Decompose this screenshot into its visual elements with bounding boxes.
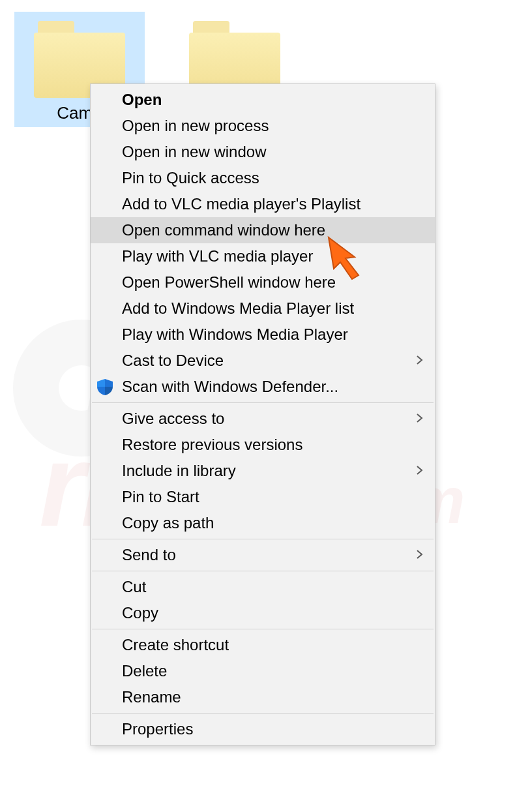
chevron-right-icon [414, 464, 426, 476]
menu-item-label: Play with VLC media player [122, 247, 410, 265]
menu-item-copy[interactable]: Copy [91, 600, 435, 626]
menu-item-label: Scan with Windows Defender... [122, 378, 410, 396]
menu-item-open-powershell-here[interactable]: Open PowerShell window here [91, 269, 435, 295]
menu-item-include-library[interactable]: Include in library [91, 458, 435, 484]
menu-item-label: Pin to Quick access [122, 169, 410, 187]
menu-item-label: Create shortcut [122, 636, 410, 654]
menu-item-open-new-process[interactable]: Open in new process [91, 113, 435, 139]
defender-shield-icon [96, 378, 114, 396]
menu-item-scan-defender[interactable]: Scan with Windows Defender... [91, 374, 435, 400]
menu-item-label: Open command window here [122, 221, 410, 239]
menu-item-open-cmd-here[interactable]: Open command window here [91, 217, 435, 243]
menu-item-label: Add to VLC media player's Playlist [122, 195, 410, 213]
menu-item-label: Open in new process [122, 117, 410, 135]
menu-item-pin-quick-access[interactable]: Pin to Quick access [91, 165, 435, 191]
menu-item-label: Rename [122, 688, 410, 706]
menu-separator [92, 571, 434, 571]
menu-item-label: Open in new window [122, 143, 410, 161]
context-menu: OpenOpen in new processOpen in new windo… [90, 83, 435, 745]
menu-item-play-wmp[interactable]: Play with Windows Media Player [91, 322, 435, 348]
menu-item-open-new-window[interactable]: Open in new window [91, 139, 435, 165]
menu-item-give-access[interactable]: Give access to [91, 406, 435, 432]
menu-item-add-wmp-list[interactable]: Add to Windows Media Player list [91, 295, 435, 322]
menu-separator [92, 629, 434, 629]
menu-item-label: Send to [122, 546, 410, 564]
menu-item-label: Properties [122, 720, 410, 738]
menu-item-label: Open PowerShell window here [122, 273, 410, 292]
chevron-right-icon [414, 412, 426, 424]
menu-item-cut[interactable]: Cut [91, 574, 435, 600]
menu-item-delete[interactable]: Delete [91, 658, 435, 684]
chevron-right-icon [414, 549, 426, 560]
menu-item-label: Pin to Start [122, 488, 410, 506]
menu-item-label: Play with Windows Media Player [122, 325, 410, 344]
menu-item-label: Copy as path [122, 514, 410, 532]
menu-item-label: Cast to Device [122, 352, 410, 370]
menu-item-label: Add to Windows Media Player list [122, 299, 410, 318]
menu-item-restore-versions[interactable]: Restore previous versions [91, 432, 435, 458]
menu-item-label: Open [122, 91, 410, 109]
menu-separator [92, 539, 434, 539]
menu-item-label: Give access to [122, 410, 410, 428]
chevron-right-icon [414, 354, 426, 366]
menu-item-label: Cut [122, 578, 410, 596]
menu-item-cast-device[interactable]: Cast to Device [91, 348, 435, 374]
menu-item-create-shortcut[interactable]: Create shortcut [91, 632, 435, 658]
menu-item-add-vlc-playlist[interactable]: Add to VLC media player's Playlist [91, 191, 435, 217]
menu-item-properties[interactable]: Properties [91, 716, 435, 742]
menu-item-play-vlc[interactable]: Play with VLC media player [91, 243, 435, 269]
menu-item-copy-path[interactable]: Copy as path [91, 510, 435, 536]
menu-separator [92, 713, 434, 714]
menu-item-open[interactable]: Open [91, 87, 435, 113]
menu-item-rename[interactable]: Rename [91, 684, 435, 710]
menu-item-send-to[interactable]: Send to [91, 542, 435, 568]
menu-item-label: Delete [122, 662, 410, 680]
menu-item-label: Include in library [122, 462, 410, 480]
menu-item-label: Restore previous versions [122, 436, 410, 454]
menu-separator [92, 402, 434, 403]
menu-item-pin-start[interactable]: Pin to Start [91, 484, 435, 510]
menu-item-label: Copy [122, 604, 410, 622]
